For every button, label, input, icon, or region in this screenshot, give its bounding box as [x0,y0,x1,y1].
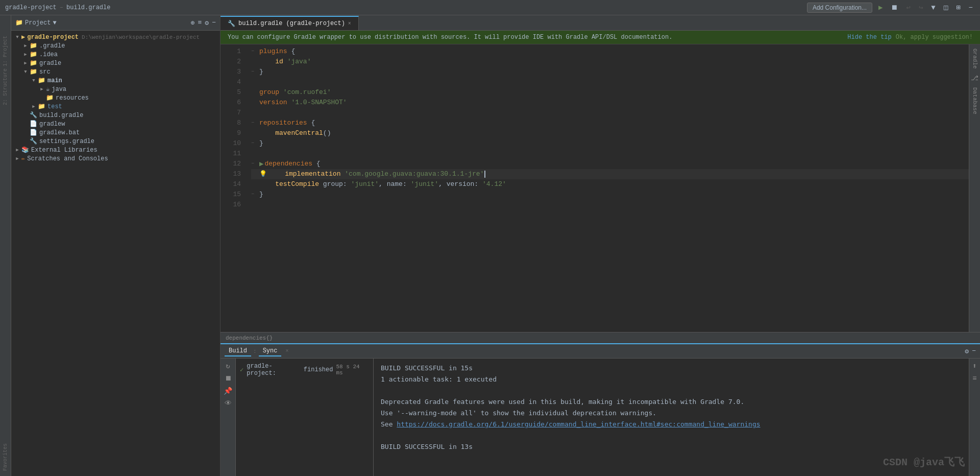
build-tab[interactable]: Build [225,346,251,356]
code-line-11 [251,149,969,159]
code-text-15: } [259,189,263,200]
tree-item-settings-gradle[interactable]: 🔧 settings.gradle [11,137,220,146]
pin-icon[interactable]: 📌 [224,387,232,395]
gradle-docs-link[interactable]: https://docs.gradle.org/6.1/userguide/co… [397,420,760,428]
code-line-14: testCompile group: 'junit', name: 'junit… [251,179,969,189]
java-icon: ☕ [46,85,50,93]
settings-bottom-icon[interactable]: ⚙ [965,347,969,355]
sync-tab[interactable]: Sync [259,346,282,356]
tree-item-gradle-project[interactable]: ▼ ▶ gradle-project D:\wenjian\workspace\… [11,33,220,41]
tree-label-scratches: Scratches and Consoles [27,155,108,162]
code-line-15: − } [251,189,969,200]
collapse-icon[interactable]: ≡ [198,19,202,27]
fold-1[interactable]: − [251,46,259,57]
tab-gradle-icon: 🔧 [228,20,235,28]
tree-label-gradlew: gradlew [39,121,65,128]
code-line-4 [251,77,969,87]
gradle-tab[interactable]: Gradle [972,49,978,69]
build-line-6: BUILD SUCCESSFUL in 13s [381,441,962,453]
expand-icon[interactable]: ⊞ [954,2,962,13]
tree-arrow-gradle-dir: ▶ [21,60,30,66]
eye-icon[interactable]: 👁 [225,399,232,408]
close-panel-icon[interactable]: − [212,19,216,27]
tree-item-test[interactable]: ▶ 📁 test [11,102,220,111]
database-tab[interactable]: Database [972,87,978,114]
bottom-tabs: Build : Sync × ⚙ − [220,344,980,359]
build-line-1: BUILD SUCCESSFUL in 15s [381,363,962,374]
tree-label-src: src [39,68,51,76]
libs-icon: 📚 [21,146,29,154]
bottom-right-strip: ⬆ ≡ [969,359,980,476]
stop-icon[interactable]: ⏹ [889,3,900,13]
build-line-2: 1 actionable task: 1 executed [381,374,962,385]
code-text-1: plugins { [259,46,295,57]
apply-suggestion-link[interactable]: Ok, apply suggestion! [896,34,973,41]
code-line-10: − } [251,138,969,149]
code-text-8: repositories { [259,118,315,128]
undo-icon[interactable]: ↩ [904,2,912,13]
tree-item-gradle[interactable]: ▶ 📁 .gradle [11,41,220,50]
tree-item-gradlew-bat[interactable]: 📄 gradlew.bat [11,128,220,137]
fold-12[interactable]: − [251,159,259,169]
editor-status-bar: dependencies{} [220,332,980,343]
main-layout: 1: Project 2: Structure Favorites 📁 Proj… [0,15,980,476]
tree-arrow-0: ▼ [13,35,21,40]
folder-icon-main: 📁 [38,77,45,84]
sync-tab-close[interactable]: × [285,348,288,354]
redo-icon[interactable]: ↪ [917,2,925,13]
run-button-12[interactable]: ▶ [259,159,263,169]
stop-build-icon[interactable]: ⏹ [225,374,232,383]
hide-tip-link[interactable]: Hide the tip [847,34,891,41]
folder-icon-test: 📁 [38,103,45,110]
tab-close-button[interactable]: × [348,21,351,27]
bulb-icon-13[interactable]: 💡 [259,169,267,179]
fold-8[interactable]: − [251,118,259,128]
settings-icon[interactable]: ⚙ [205,19,209,27]
minimize-icon[interactable]: − [967,3,975,13]
tree-item-idea[interactable]: ▶ 📁 .idea [11,50,220,59]
tree-item-build-gradle[interactable]: 🔧 build.gradle [11,111,220,120]
code-line-2: id 'java' [251,57,969,67]
tree-item-external-libs[interactable]: ▶ 📚 External Libraries [11,146,220,154]
tree-item-resources[interactable]: 📁 resources [11,93,220,102]
code-text-9: mavenCentral() [259,128,331,138]
tree-item-scratches[interactable]: ▶ ✏ Scratches and Consoles [11,154,220,163]
tree-label-external-libs: External Libraries [31,147,97,154]
code-text-12: dependencies { [264,159,320,169]
sort-icon[interactable]: ≡ [972,374,976,383]
favorites-strip-label[interactable]: Favorites [3,443,8,471]
project-title: 📁 Project ▼ [15,19,57,27]
code-content[interactable]: − plugins { id 'java' − } [246,44,969,332]
sync-icon[interactable]: ⊕ [191,19,195,27]
tab-separator: : [253,348,257,354]
project-name: gradle-project [5,4,57,11]
project-header: 📁 Project ▼ ⊕ ≡ ⚙ − [11,15,220,31]
gradle-icon-settings: 🔧 [30,137,37,145]
code-line-16 [251,200,969,210]
tree-item-gradlew[interactable]: 📄 gradlew [11,120,220,128]
tab-build-gradle[interactable]: 🔧 build.gradle (gradle-project) × [220,16,359,30]
dropdown-icon[interactable]: ▼ [929,3,937,13]
refresh-icon[interactable]: ↻ [226,362,230,370]
tree-item-java[interactable]: ▶ ☕ java [11,85,220,93]
add-configuration-button[interactable]: Add Configuration... [807,3,872,13]
left-strip: 1: Project 2: Structure Favorites [0,15,11,476]
project-dropdown-icon[interactable]: ▼ [53,19,56,27]
layout-icon[interactable]: ◫ [942,2,950,13]
tree-item-src[interactable]: ▼ 📁 src [11,67,220,76]
project-strip-label[interactable]: 1: Project [3,36,8,66]
scroll-top-icon[interactable]: ⬆ [972,362,976,370]
structure-strip-label[interactable]: 2: Structure [3,68,8,105]
run-icon[interactable]: ▶ [876,2,885,13]
tree-arrow-test: ▶ [30,104,38,109]
minimize-bottom-icon[interactable]: − [972,347,976,355]
fold-15[interactable]: − [251,189,259,200]
tree-item-gradle-dir[interactable]: ▶ 📁 gradle [11,59,220,67]
build-line-3: Deprecated Gradle features were used in … [381,396,962,408]
fold-10[interactable]: − [251,138,259,149]
build-line-4: Use '--warning-mode all' to show the ind… [381,408,962,419]
fold-3[interactable]: − [251,67,259,77]
git-tab[interactable]: ⎇ [971,74,978,82]
code-line-3: − } [251,67,969,77]
tree-item-main[interactable]: ▼ 📁 main [11,76,220,85]
